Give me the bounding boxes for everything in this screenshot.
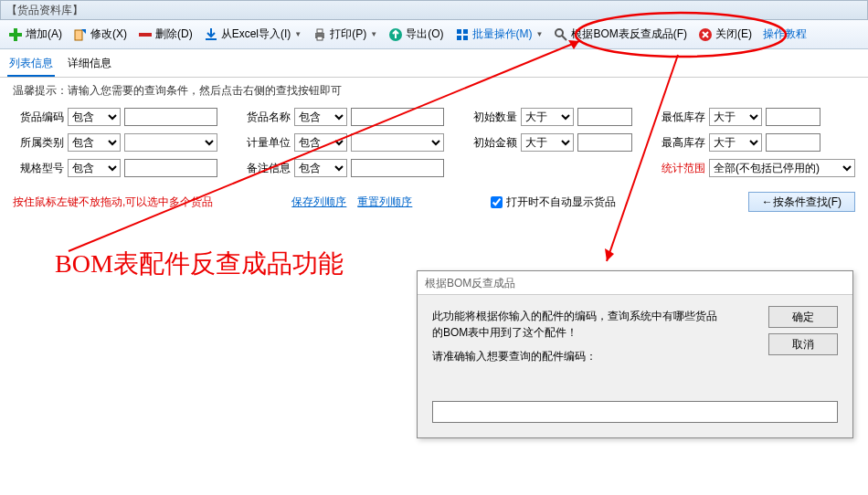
dialog-prompt: 请准确输入想要查询的配件编码：: [432, 348, 725, 364]
initamt-op[interactable]: 大于: [521, 133, 574, 152]
svg-rect-10: [463, 29, 468, 34]
search-button[interactable]: ←按条件查找(F): [748, 192, 855, 212]
filter-panel: 货品编码 包含 货品名称 包含 初始数量 大于 最低库存 大于 所属类别 包含 …: [0, 102, 868, 183]
printer-icon: [312, 27, 327, 42]
reset-sort-link[interactable]: 重置列顺序: [357, 195, 412, 210]
batch-button[interactable]: 批量操作(M) ▼: [450, 23, 548, 47]
label-maxstock: 最高库存: [654, 135, 705, 151]
import-button[interactable]: 从Excel导入(I) ▼: [199, 23, 307, 47]
edit-icon: [73, 27, 88, 42]
unit-input[interactable]: [351, 133, 444, 152]
autoload-checkbox[interactable]: 打开时不自动显示货品: [491, 195, 616, 210]
unit-op[interactable]: 包含: [294, 133, 347, 152]
tabstrip: 列表信息 详细信息: [0, 49, 868, 78]
dialog-code-input[interactable]: [432, 401, 838, 423]
label-scope: 统计范围: [654, 161, 705, 176]
svg-rect-9: [457, 29, 461, 34]
export-icon: [388, 27, 403, 42]
svg-rect-11: [457, 36, 461, 40]
dialog-desc: 此功能将根据你输入的配件的编码，查询系统中有哪些货品的BOM表中用到了这个配件！: [432, 308, 725, 341]
action-row: 按住鼠标左键不放拖动,可以选中多个货品 保存列顺序 重置列顺序 打开时不自动显示…: [0, 183, 868, 217]
name-input[interactable]: [351, 108, 444, 126]
bom-lookup-button[interactable]: 根据BOM表反查成品(F): [549, 23, 692, 47]
label-minstock: 最低库存: [654, 110, 705, 125]
spec-input[interactable]: [124, 159, 217, 177]
export-button[interactable]: 导出(O): [384, 23, 448, 47]
remark-input[interactable]: [351, 159, 444, 177]
maxstock-op[interactable]: 大于: [709, 133, 762, 152]
remark-op[interactable]: 包含: [294, 159, 347, 177]
svg-line-14: [562, 36, 566, 40]
svg-rect-12: [463, 36, 468, 40]
add-button[interactable]: 增加(A): [4, 23, 67, 47]
scope-select[interactable]: 全部(不包括已停用的): [709, 159, 855, 177]
spec-op[interactable]: 包含: [68, 159, 121, 177]
maxstock-input[interactable]: [766, 133, 820, 152]
label-unit: 计量单位: [239, 135, 291, 151]
minstock-input[interactable]: [766, 108, 820, 126]
minstock-op[interactable]: 大于: [709, 108, 762, 126]
plus-icon: [8, 27, 23, 42]
category-input[interactable]: [124, 133, 217, 152]
svg-point-13: [556, 29, 563, 37]
close-icon: [698, 27, 713, 42]
label-initqty: 初始数量: [466, 110, 517, 125]
chevron-down-icon: ▼: [536, 30, 544, 38]
delete-button[interactable]: 删除(D): [133, 23, 197, 47]
svg-rect-6: [317, 29, 323, 33]
label-name: 货品名称: [239, 110, 291, 125]
bom-dialog: 根据BOM反查成品 此功能将根据你输入的配件的编码，查询系统中有哪些货品的BOM…: [417, 270, 853, 438]
save-sort-link[interactable]: 保存列顺序: [291, 195, 346, 210]
chevron-down-icon: ▼: [294, 30, 302, 38]
initqty-op[interactable]: 大于: [521, 108, 574, 126]
batch-icon: [455, 27, 470, 42]
svg-rect-4: [206, 38, 217, 40]
toolbar: 增加(A) 修改(X) 删除(D) 从Excel导入(I) ▼ 打印(P) ▼ …: [0, 20, 868, 49]
dialog-title: 根据BOM反查成品: [418, 271, 852, 295]
dialog-cancel-button[interactable]: 取消: [768, 333, 838, 355]
label-category: 所属类别: [13, 135, 64, 151]
category-op[interactable]: 包含: [68, 133, 121, 152]
label-spec: 规格型号: [13, 161, 64, 176]
code-input[interactable]: [124, 108, 217, 126]
tutorial-link[interactable]: 操作教程: [758, 23, 811, 47]
initamt-input[interactable]: [577, 133, 632, 152]
download-icon: [204, 27, 218, 42]
annotation-text: BOM表配件反查成品功能: [55, 247, 344, 281]
name-op[interactable]: 包含: [294, 108, 347, 126]
autoload-box[interactable]: [491, 196, 503, 208]
svg-rect-2: [75, 30, 82, 40]
svg-rect-7: [317, 37, 323, 40]
hint-text: 温馨提示：请输入您需要的查询条件，然后点击右侧的查找按钮即可: [0, 78, 868, 102]
window-title: 【货品资料库】: [0, 0, 868, 20]
dialog-ok-button[interactable]: 确定: [768, 306, 838, 328]
label-initamt: 初始金额: [466, 135, 517, 151]
chevron-down-icon: ▼: [370, 30, 377, 38]
print-button[interactable]: 打印(P) ▼: [308, 23, 382, 47]
edit-button[interactable]: 修改(X): [69, 23, 132, 47]
drag-tip: 按住鼠标左键不放拖动,可以选中多个货品: [13, 195, 213, 210]
initqty-input[interactable]: [577, 108, 632, 126]
label-remark: 备注信息: [239, 161, 291, 176]
tab-detail[interactable]: 详细信息: [66, 53, 113, 77]
label-code: 货品编码: [13, 110, 64, 125]
svg-rect-1: [9, 33, 22, 37]
svg-rect-3: [139, 33, 152, 37]
code-op[interactable]: 包含: [68, 108, 121, 126]
close-button[interactable]: 关闭(E): [693, 23, 757, 47]
search-icon: [554, 27, 568, 42]
svg-marker-20: [605, 248, 614, 261]
minus-icon: [138, 27, 153, 42]
tab-list[interactable]: 列表信息: [7, 53, 55, 77]
